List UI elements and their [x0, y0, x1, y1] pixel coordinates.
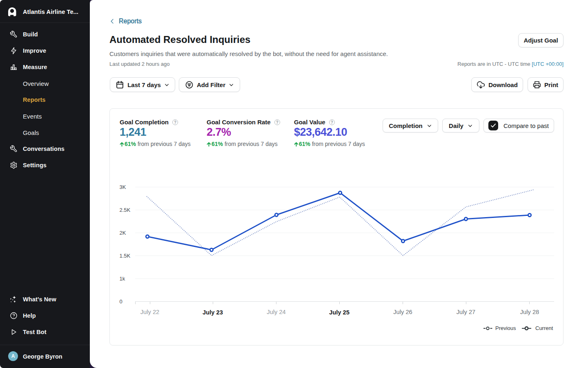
svg-text:July 24: July 24 — [267, 309, 286, 315]
svg-text:2K: 2K — [120, 230, 126, 236]
svg-text:0: 0 — [120, 298, 122, 305]
svg-text:2.5K: 2.5K — [120, 207, 131, 213]
svg-text:July 27: July 27 — [457, 309, 476, 315]
svg-text:July 22: July 22 — [140, 309, 160, 315]
svg-text:3K: 3K — [120, 184, 126, 190]
svg-text:Current: Current — [535, 325, 553, 331]
svg-text:July 25: July 25 — [329, 309, 350, 316]
svg-text:1.5K: 1.5K — [120, 253, 131, 259]
svg-text:July 23: July 23 — [203, 309, 223, 316]
svg-text:July 28: July 28 — [520, 309, 539, 315]
svg-text:Previous: Previous — [495, 325, 516, 331]
svg-text:July 26: July 26 — [393, 309, 412, 315]
svg-text:1k: 1k — [120, 276, 125, 282]
